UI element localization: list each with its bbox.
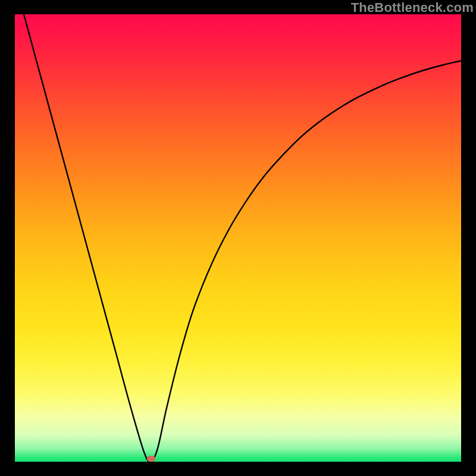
bottleneck-curve [24, 14, 461, 462]
plot-area [15, 14, 461, 462]
chart-frame: TheBottleneck.com [0, 0, 476, 476]
optimal-point-marker [147, 456, 155, 462]
curve-layer [15, 14, 461, 462]
watermark-text: TheBottleneck.com [351, 0, 474, 15]
